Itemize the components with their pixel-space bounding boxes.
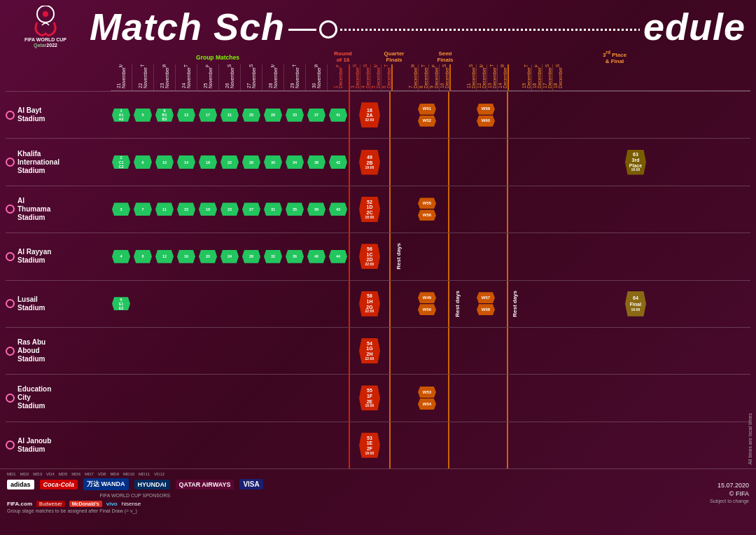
svg-point-1 xyxy=(43,11,48,17)
date-md9: Tuesday29 November xyxy=(284,64,305,90)
page-title: Match Sch edule xyxy=(90,8,746,46)
date-md10: Wednesday30 November xyxy=(306,64,327,90)
fifa-logo: FIFA WORLD CUPQatar2022 xyxy=(7,5,84,48)
stadium-albayt: Al BaytStadium xyxy=(6,91,111,138)
date-r16b: Sunday4 December xyxy=(360,64,370,90)
date-md4: Thursday24 November xyxy=(176,64,197,90)
date-r16c: Monday5 December xyxy=(371,64,381,90)
stadium-thumama: AlThumamaStadium xyxy=(6,186,111,232)
schedule-grid: Group Matches Roundof 16 QuarterFinals S… xyxy=(111,50,750,468)
row-rasabu: 541G2H22:00 xyxy=(111,327,750,374)
date-md7: Sunday27 November xyxy=(241,64,262,90)
row-janoub: 531E2F18:00 xyxy=(111,422,750,468)
date-r16d: Tuesday6 December xyxy=(382,64,391,90)
date-fina: Thursday15 December xyxy=(522,64,531,90)
date-md11: Friday1 December xyxy=(328,64,349,90)
date-sfd: Wednesday14 December xyxy=(498,64,507,90)
date-qfc: Friday9 December xyxy=(429,64,439,90)
date-sfc: Tuesday13 December xyxy=(487,64,497,90)
stadium-rayyan: Al RayyanStadium xyxy=(6,232,111,279)
date-sfa: Sunday11 December xyxy=(466,64,476,90)
date-md8: Monday28 November xyxy=(262,64,284,90)
date-md5: Friday25 November xyxy=(197,64,218,90)
stadiums-column: Al BaytStadium KhalifaInternationalStadi… xyxy=(6,50,111,468)
footer: MD1 MD2 MD3 VD4 MD5 MD6 MD7 VD8 MD9 MD10… xyxy=(0,468,756,535)
stadium-educity: EducationCityStadium xyxy=(6,374,111,421)
stadium-khalifa: KhalifaInternationalStadium xyxy=(6,138,111,185)
date-qfa: Wednesday7 December xyxy=(408,64,418,90)
date-md1: Monday21 November xyxy=(111,64,132,90)
date-finb: Friday16 December xyxy=(532,64,542,90)
date-md2: Tuesday22 November xyxy=(132,64,153,90)
row-lusail: 5E1E2 581H2G22:00 xyxy=(111,280,750,327)
header: FIFA WORLD CUPQatar2022 Match Sch edule xyxy=(0,0,756,50)
date-r16a: Saturday3 December xyxy=(350,64,360,90)
row-educity: 551F2E18:00 W53 W54 xyxy=(111,374,750,421)
row-khalifa: 2C1C2 6 10 14 18 22 26 30 34 38 42 492B1… xyxy=(111,138,750,185)
row-thumama: 3 7 11 15 19 23 27 31 35 39 43 521D2C18:… xyxy=(111,186,750,232)
row-albayt: 1A1A2 5 9B1B2 13 17 21 25 29 33 37 41 18… xyxy=(111,91,750,138)
sponsors-section: adidas Coca-Cola 万达 WANDA HYUNDAI QATAR … xyxy=(7,478,263,507)
row-rayyan: 4 8 12 16 20 24 28 32 36 40 44 561C2D22:… xyxy=(111,232,750,279)
date-md3: Wednesday23 November xyxy=(154,64,175,90)
date-finc: Saturday17 December xyxy=(542,64,552,90)
date-md6: Saturday26 November xyxy=(219,64,240,90)
stadium-lusail: LusailStadium xyxy=(6,280,111,327)
stadium-janoub: Al JanoubStadium xyxy=(6,422,111,468)
date-sfb: Monday12 December xyxy=(477,64,486,90)
date-qfb: Thursday8 December xyxy=(419,64,428,90)
stadium-rasabu: Ras AbuAboudStadium xyxy=(6,327,111,374)
date-qfd: Saturday10 December xyxy=(440,64,449,90)
date-find: Sunday18 December xyxy=(553,64,563,90)
